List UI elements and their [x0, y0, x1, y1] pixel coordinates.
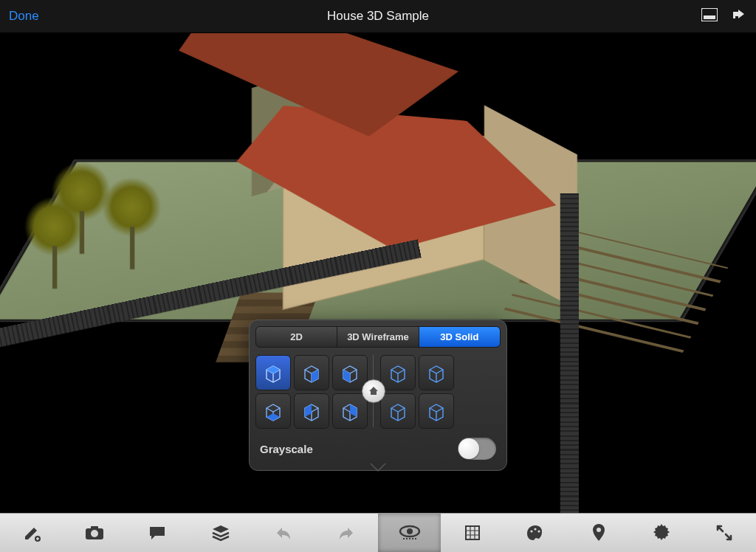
- segment-2d[interactable]: 2D: [256, 327, 337, 347]
- model-viewport[interactable]: 2D 3D Wireframe 3D Solid: [0, 32, 756, 514]
- top-bar: Done House 3D Sample: [0, 0, 756, 32]
- iso-view-5[interactable]: [294, 393, 329, 429]
- svg-rect-1: [704, 15, 715, 19]
- grid-tool[interactable]: [441, 514, 504, 552]
- iso-view-presets-wire: [380, 355, 453, 427]
- fullscreen-button[interactable]: [693, 514, 756, 552]
- svg-rect-5: [91, 526, 98, 529]
- svg-point-4: [91, 530, 98, 537]
- view-mode-segmented-control: 2D 3D Wireframe 3D Solid: [255, 326, 501, 348]
- edit-tool[interactable]: [0, 514, 63, 552]
- segment-3d-wireframe[interactable]: 3D Wireframe: [337, 327, 419, 347]
- iso-wire-3[interactable]: [380, 393, 416, 429]
- done-button[interactable]: Done: [9, 9, 39, 24]
- bottom-toolbar: [0, 513, 756, 552]
- grayscale-label: Grayscale: [260, 443, 313, 455]
- svg-point-10: [538, 530, 540, 532]
- iso-view-presets-solid: [255, 355, 366, 427]
- marker-tool[interactable]: [567, 514, 630, 552]
- svg-point-9: [535, 528, 537, 530]
- document-title: House 3D Sample: [0, 9, 756, 24]
- svg-point-7: [407, 528, 413, 534]
- comment-tool[interactable]: [126, 514, 189, 552]
- iso-wire-1[interactable]: [380, 355, 416, 390]
- iso-wire-4[interactable]: [419, 393, 454, 429]
- grayscale-toggle[interactable]: [458, 438, 496, 460]
- iso-view-2[interactable]: [294, 355, 329, 390]
- undo-button[interactable]: [252, 514, 315, 552]
- camera-tool[interactable]: [63, 514, 126, 552]
- svg-point-8: [531, 530, 533, 532]
- palette-tool[interactable]: [504, 514, 567, 552]
- iso-view-4[interactable]: [255, 393, 291, 429]
- home-view-button[interactable]: [362, 379, 385, 403]
- view-mode-button[interactable]: [378, 514, 441, 552]
- layers-tool[interactable]: [189, 514, 252, 552]
- iso-view-6[interactable]: [332, 393, 368, 429]
- svg-point-11: [597, 528, 601, 532]
- share-icon[interactable]: [731, 8, 747, 24]
- panel-icon[interactable]: [701, 8, 718, 24]
- settings-button[interactable]: [630, 514, 693, 552]
- redo-button[interactable]: [315, 514, 378, 552]
- view-mode-popover: 2D 3D Wireframe 3D Solid: [249, 320, 507, 471]
- segment-3d-solid[interactable]: 3D Solid: [419, 327, 500, 347]
- iso-view-1[interactable]: [255, 355, 291, 390]
- svg-rect-0: [701, 8, 718, 21]
- iso-wire-2[interactable]: [419, 355, 454, 390]
